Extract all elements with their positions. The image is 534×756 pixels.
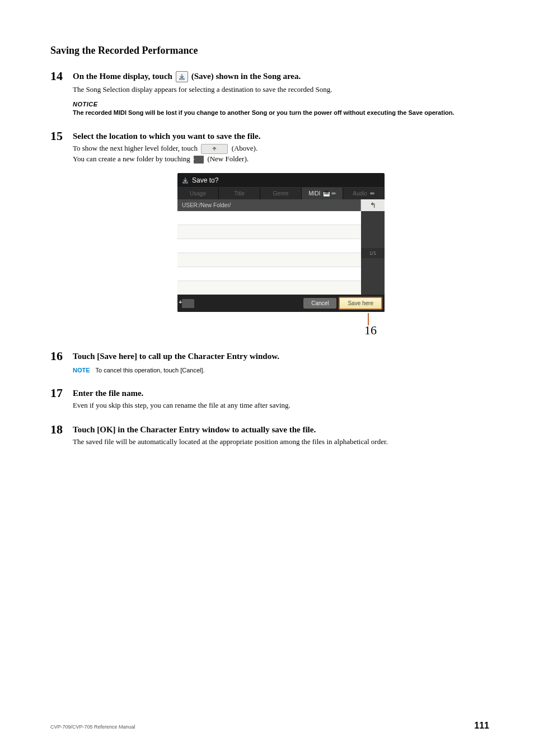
step-title: Touch [OK] in the Character Entry window… <box>73 425 316 434</box>
tab-genre[interactable]: Genre <box>260 187 302 199</box>
step-title: Enter the file name. <box>73 389 143 398</box>
step-title-part1: On the Home display, touch <box>73 72 175 81</box>
pencil-icon: ✎ <box>330 190 337 197</box>
new-folder-button[interactable]: + <box>182 299 194 308</box>
step-number: 15 <box>50 129 73 143</box>
list-row[interactable] <box>177 281 361 295</box>
save-dialog-figure: Save to? Usage Title Genre MIDI 🎹 ✎ Audi… <box>73 173 489 312</box>
dialog-title: Save to? <box>192 176 218 184</box>
desc-text: You can create a new folder by touching <box>73 155 192 163</box>
file-list <box>177 211 361 295</box>
note-text: To cancel this operation, touch [Cancel]… <box>96 367 205 374</box>
step-description-line1: To show the next higher level folder, to… <box>73 143 489 154</box>
footer-manual-name: CVP-709/CVP-705 Reference Manual <box>50 724 135 730</box>
page-indicator: 1/1 <box>361 248 385 258</box>
above-button-icon <box>201 144 228 154</box>
list-row[interactable] <box>177 211 361 225</box>
step-title-part2: (Save) shown in the Song area. <box>191 72 301 81</box>
pencil-icon: ✎ <box>368 190 376 197</box>
step-title: Select the location to which you want to… <box>73 132 260 141</box>
step-description-line2: You can create a new folder by touching … <box>73 154 489 165</box>
notice-label: NOTICE <box>73 101 489 108</box>
notice-text: The recorded MIDI Song will be lost if y… <box>73 109 489 117</box>
bottom-bar: + Cancel Save here <box>177 295 385 312</box>
step-description: Even if you skip this step, you can rena… <box>73 400 489 411</box>
callout-number: 16 <box>177 315 385 338</box>
path-display: USER:/New Folder/ <box>177 199 360 211</box>
tab-audio[interactable]: Audio ✎ <box>343 187 385 199</box>
step-description: The Song Selection display appears for s… <box>73 85 489 95</box>
save-icon <box>176 71 188 82</box>
step-number: 18 <box>50 422 73 437</box>
step-17: 17 Enter the file name. Even if you skip… <box>50 386 489 411</box>
desc-text: (Above). <box>232 144 258 152</box>
midi-icon: 🎹 <box>323 190 330 197</box>
tab-midi[interactable]: MIDI 🎹 ✎ <box>302 187 343 199</box>
tab-label: Audio <box>353 190 367 197</box>
list-row[interactable] <box>177 253 361 267</box>
tab-usage[interactable]: Usage <box>177 187 219 199</box>
tab-title[interactable]: Title <box>219 187 260 199</box>
list-row[interactable] <box>177 239 361 253</box>
step-number: 17 <box>50 386 73 400</box>
dialog-title-bar: Save to? <box>177 173 385 187</box>
note-label: NOTE <box>73 367 90 374</box>
step-15: 15 Select the location to which you want… <box>50 129 489 338</box>
list-row[interactable] <box>177 225 361 239</box>
save-icon <box>182 177 189 184</box>
cancel-button[interactable]: Cancel <box>303 298 336 309</box>
save-here-button[interactable]: Save here <box>339 297 382 310</box>
tab-row: Usage Title Genre MIDI 🎹 ✎ Audio ✎ <box>177 187 385 199</box>
callout-line <box>368 313 369 325</box>
step-title: Touch [Save here] to call up the Charact… <box>73 352 279 361</box>
step-number: 16 <box>50 349 73 363</box>
footer-page-number: 111 <box>474 721 489 731</box>
step-number: 14 <box>50 69 73 83</box>
desc-text: To show the next higher level folder, to… <box>73 144 199 152</box>
step-18: 18 Touch [OK] in the Character Entry win… <box>50 422 489 447</box>
section-heading: Saving the Recorded Performance <box>50 45 489 57</box>
tab-label: MIDI <box>308 190 320 197</box>
folder-up-button[interactable]: ↰ <box>360 199 385 211</box>
page-footer: CVP-709/CVP-705 Reference Manual 111 <box>50 721 489 731</box>
device-screen: Save to? Usage Title Genre MIDI 🎹 ✎ Audi… <box>177 173 385 312</box>
desc-text: (New Folder). <box>207 155 249 163</box>
step-16: 16 Touch [Save here] to call up the Char… <box>50 349 489 375</box>
side-panel: 1/1 <box>361 211 385 295</box>
list-row[interactable] <box>177 267 361 281</box>
step-description: The saved file will be automatically loc… <box>73 437 489 447</box>
step-14: 14 On the Home display, touch (Save) sho… <box>50 69 489 118</box>
new-folder-icon: + <box>194 156 204 164</box>
